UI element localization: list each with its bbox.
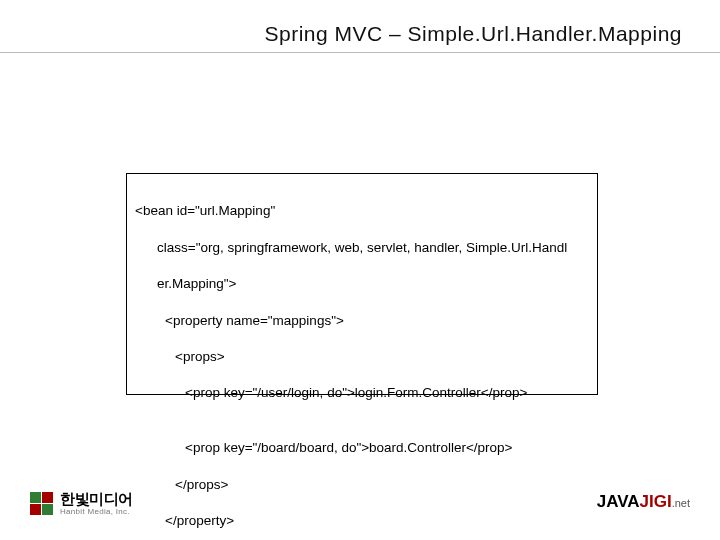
title-divider [0, 52, 720, 53]
code-line: er.Mapping"> [135, 275, 589, 293]
code-line: class="org, springframework, web, servle… [135, 239, 589, 257]
footer: 한빛미디어 Hanbit Media, Inc. JAVAJIGI.net [0, 486, 720, 526]
hanbit-logo-icon [30, 492, 53, 515]
hanbit-en: Hanbit Media, Inc. [60, 508, 133, 516]
code-example-box: <bean id="url.Mapping" class="org, sprin… [126, 173, 598, 395]
page-title: Spring MVC – Simple.Url.Handler.Mapping [264, 22, 682, 46]
code-line: <property name="mappings"> [135, 312, 589, 330]
hanbit-logo: 한빛미디어 Hanbit Media, Inc. [30, 491, 133, 516]
javajigi-net: .net [672, 497, 690, 509]
javajigi-java: JAVA [597, 492, 640, 511]
hanbit-kr: 한빛미디어 [60, 491, 133, 506]
code-line: <prop key="/user/login, do">login.Form.C… [135, 384, 589, 402]
code-line: <bean id="url.Mapping" [135, 202, 589, 220]
javajigi-logo: JAVAJIGI.net [597, 492, 690, 512]
code-line: <props> [135, 348, 589, 366]
code-line: <prop key="/board/board, do">board.Contr… [135, 439, 589, 457]
javajigi-jigi: JIGI [640, 492, 672, 511]
